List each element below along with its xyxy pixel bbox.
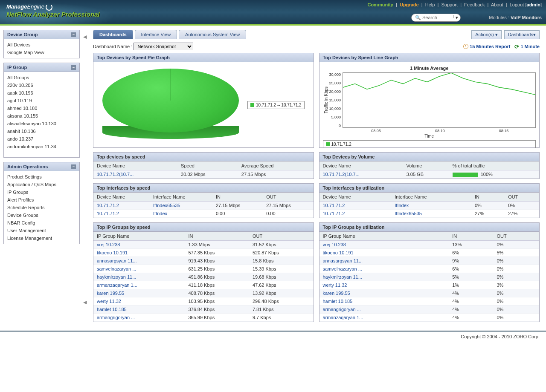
sidebar-item[interactable]: Device Groups (4, 211, 79, 219)
sidebar-item[interactable]: Alert Profiles (4, 196, 79, 204)
collapse-icon[interactable]: − (71, 32, 76, 37)
sidebar-item[interactable]: 220v 10.206 (4, 81, 79, 89)
sidebar-item[interactable]: All Groups (4, 74, 79, 81)
dashboards-button[interactable]: Dashboards▾ (504, 30, 540, 39)
fifteen-min-report-link[interactable]: 15 Minutes Report (463, 44, 510, 49)
tab-bar: Dashboards Interface View Autonomous Sys… (93, 30, 248, 39)
table-row: tikoeno 10.191577.35 Kbps520.87 Kbps (93, 249, 314, 257)
sidebar: Device Group− All DevicesGoogle Map View… (0, 26, 83, 331)
table-row: 10.71.71.2IfIndex0%0% (319, 202, 540, 210)
top-links: Community | Upgrade | Help | Support | F… (367, 2, 542, 7)
table-row: samvelnazaryan ...6%0% (319, 265, 540, 273)
current-user: admin (527, 2, 540, 7)
table-row: 10.71.71.2(10.7...3.05 GB100% (319, 170, 540, 179)
logo-swirl-icon (46, 4, 52, 11)
collapse-icon[interactable]: − (71, 164, 76, 169)
top-ip-speed-panel: Top IP Groups by speed IP Group NameINOU… (93, 222, 314, 322)
help-link[interactable]: Help (425, 2, 435, 7)
table-row: werty 11.321%3% (319, 281, 540, 289)
upgrade-link[interactable]: Upgrade (400, 2, 419, 7)
community-link[interactable]: Community (367, 2, 393, 7)
table-row: werty 11.32103.95 Kbps296.48 Kbps (93, 297, 314, 306)
line-chart-panel: Top Devices by Speed Line Graph 1 Minute… (319, 53, 540, 148)
sidebar-item[interactable]: User Management (4, 227, 79, 234)
sidebar-item[interactable]: aapk 10.196 (4, 89, 79, 97)
search-area: 🔍 ▾ (411, 14, 461, 22)
modules-area: Modules : VoIP Monitors (489, 15, 542, 20)
table-row: armanzaqaryan 1...411.18 Kbps47.62 Kbps (93, 281, 314, 289)
actions-button[interactable]: Action(s) ▾ (471, 30, 501, 39)
table-row: hamlet 10.185376.84 Kbps7.81 Kbps (93, 306, 314, 314)
sidebar-item[interactable]: All Devices (4, 41, 79, 49)
table-row: samvelnazaryan ...631.25 Kbps15.39 Kbps (93, 265, 314, 273)
sidebar-item[interactable]: Schedule Reports (4, 204, 79, 211)
logo: ManageEngine NetFlow Analyzer Profession… (6, 3, 100, 18)
sidebar-item[interactable]: alisaaleksanyan 10.130 (4, 120, 79, 127)
line-chart (343, 72, 536, 128)
logout-link[interactable]: Logout (510, 2, 524, 7)
ip-group-title: IP Group (7, 65, 27, 70)
tab-as-view[interactable]: Autonomous System View (179, 30, 246, 39)
product-name: NetFlow Analyzer Professional (6, 11, 100, 18)
table-row: tikoeno 10.1916%5% (319, 249, 540, 257)
line-chart-subtitle: 1 Minute Average (323, 66, 536, 71)
pie-chart (102, 69, 239, 141)
line-chart-title: Top Devices by Speed Line Graph (319, 53, 540, 62)
table-row: annasargsyan 11...9%0% (319, 257, 540, 265)
y-axis-label: Traffic in Kbps (323, 86, 329, 113)
table-row: annasargsyan 11...919.43 Kbps15.8 Kbps (93, 257, 314, 265)
table-row: haykmirzoyan 11...491.86 Kbps19.68 Kbps (93, 273, 314, 281)
table-row: vrej 10.23813%0% (319, 241, 540, 249)
refresh-icon: ⟳ (514, 43, 519, 50)
feedback-link[interactable]: Feedback (464, 2, 485, 7)
support-link[interactable]: Support (441, 2, 458, 7)
dashboard-name-label: Dashboard Name : (93, 44, 132, 49)
admin-ops-title: Admin Operations (7, 164, 48, 169)
table-row: hamlet 10.1854%0% (319, 297, 540, 306)
header: ManageEngine NetFlow Analyzer Profession… (0, 0, 546, 26)
collapse-arrow-icon[interactable]: ◀ (83, 34, 87, 40)
device-group-title: Device Group (7, 32, 38, 37)
x-axis-label: Time (323, 134, 536, 138)
pie-legend: 10.71.71.2 -- 10.71.71.2 (247, 101, 305, 109)
sidebar-item[interactable]: agul 10.119 (4, 97, 79, 104)
collapse-arrow-icon[interactable]: ◀ (83, 300, 87, 305)
sidebar-item[interactable]: anahit 10.106 (4, 127, 79, 135)
device-group-panel: Device Group− All DevicesGoogle Map View (3, 30, 80, 58)
sidebar-item[interactable]: ahmed 10.180 (4, 104, 79, 112)
one-minute-link[interactable]: ⟳1 Minute (514, 43, 540, 50)
tab-dashboards[interactable]: Dashboards (93, 30, 133, 39)
sidebar-item[interactable]: IP Groups (4, 188, 79, 196)
sidebar-item[interactable]: ando 10.237 (4, 135, 79, 143)
sidebar-item[interactable]: Application / QoS Maps (4, 181, 79, 188)
sidebar-item[interactable]: Product Settings (4, 173, 79, 181)
voip-monitors-link[interactable]: VoIP Monitors (511, 15, 542, 20)
sidebar-collapse-handle: ◀ ◀ (83, 26, 87, 331)
dashboard-select[interactable]: Network Snapshot (134, 43, 193, 50)
search-dropdown-icon[interactable]: ▾ (453, 15, 457, 18)
sidebar-item[interactable]: NBAR Config (4, 219, 79, 227)
x-axis-ticks: 08:0508:1008:15 (323, 129, 536, 133)
about-link[interactable]: About (491, 2, 503, 7)
table-row: karen 199.55408.78 Kbps13.92 Kbps (93, 289, 314, 297)
tab-interface-view[interactable]: Interface View (135, 30, 177, 39)
table-row: 10.71.71.2(10.7...30.02 Mbps27.15 Mbps (93, 170, 314, 179)
ip-group-panel: IP Group− All Groups220v 10.206aapk 10.1… (3, 63, 80, 158)
collapse-icon[interactable]: − (71, 65, 76, 70)
top-if-util-panel: Top interfaces by utilization Device Nam… (319, 183, 540, 218)
search-input[interactable] (422, 15, 452, 20)
y-axis-ticks: 30,00025,00020,00015,00010,0005,0000 (329, 72, 343, 128)
sidebar-item[interactable]: aksana 10.155 (4, 112, 79, 120)
clock-icon (463, 44, 468, 49)
sidebar-item[interactable]: License Management (4, 234, 79, 242)
table-row: 10.71.71.2IfIndex6553527%27% (319, 210, 540, 218)
table-row: karen 199.554%0% (319, 289, 540, 297)
top-devices-speed-panel: Top devices by speed Device NameSpeedAve… (93, 152, 314, 179)
table-row: 10.71.71.2IfIndex0.000.00 (93, 210, 314, 218)
table-row: armangrigoryan ...4%0% (319, 306, 540, 314)
sidebar-item[interactable]: andranikohanyan 11.34 (4, 143, 79, 150)
table-row: armangrigoryan ...365.99 Kbps9.7 Kbps (93, 314, 314, 322)
sidebar-item[interactable]: Google Map View (4, 49, 79, 56)
main-content: Dashboards Interface View Autonomous Sys… (87, 26, 546, 331)
top-devices-volume-panel: Top Devices by Volume Device NameVolume%… (319, 152, 540, 179)
